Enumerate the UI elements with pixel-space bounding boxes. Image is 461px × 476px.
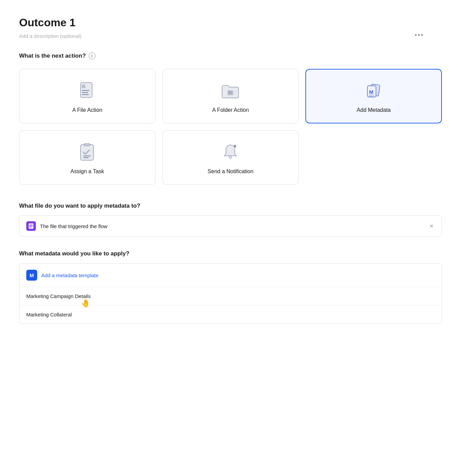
info-icon[interactable]: i <box>89 53 96 59</box>
svg-rect-14 <box>84 144 90 146</box>
assign-task-icon <box>78 143 97 162</box>
metadata-apply-section: What metadata would you like to apply? M… <box>19 250 442 324</box>
clear-file-button[interactable]: × <box>428 223 435 230</box>
svg-rect-20 <box>29 225 33 225</box>
description-placeholder[interactable]: Add a description (optional) <box>19 33 442 39</box>
add-metadata-template-row[interactable]: M Add a metadata template <box>19 264 442 287</box>
svg-rect-1 <box>82 85 85 88</box>
metadata-m-badge: M <box>26 270 37 281</box>
more-options-button[interactable] <box>415 34 423 36</box>
svg-rect-15 <box>83 155 91 157</box>
next-action-label: What is the next action? i <box>19 53 442 59</box>
file-action-icon <box>78 82 97 101</box>
file-target-field: The file that triggered the flow × <box>19 215 442 237</box>
metadata-apply-label: What metadata would you like to apply? <box>19 250 442 257</box>
send-notification-label: Send a Notification <box>207 168 253 175</box>
metadata-dropdown: M Add a metadata template Marketing Camp… <box>19 263 442 324</box>
assign-task-card[interactable]: Assign a Task <box>19 130 156 185</box>
file-target-label: What file do you want to apply metadata … <box>19 203 442 209</box>
svg-point-7 <box>230 90 234 94</box>
metadata-item[interactable]: Marketing Collateral <box>19 306 442 324</box>
action-grid: A File Action A Folder Action M <box>19 69 442 185</box>
svg-rect-11 <box>369 95 375 95</box>
assign-task-label: Assign a Task <box>71 168 104 175</box>
svg-rect-12 <box>369 96 374 97</box>
svg-rect-21 <box>29 226 33 226</box>
svg-rect-16 <box>83 157 89 158</box>
svg-point-17 <box>229 156 232 159</box>
svg-point-18 <box>233 145 236 148</box>
add-metadata-card[interactable]: M Add Metadata <box>305 69 442 123</box>
file-action-label: A File Action <box>72 107 102 113</box>
add-metadata-icon: M <box>364 82 383 101</box>
svg-rect-2 <box>82 90 89 91</box>
folder-action-label: A Folder Action <box>212 107 249 113</box>
file-badge-icon <box>26 221 36 231</box>
add-metadata-template-label: Add a metadata template <box>41 272 99 278</box>
metadata-item[interactable]: Marketing Campaign Details 🤚 <box>19 287 442 306</box>
svg-rect-4 <box>82 94 89 95</box>
page-title: Outcome 1 <box>19 16 442 29</box>
svg-rect-3 <box>82 92 88 93</box>
svg-rect-22 <box>29 227 32 227</box>
folder-action-card[interactable]: A Folder Action <box>162 69 299 123</box>
file-field-text: The file that triggered the flow <box>40 223 424 229</box>
file-target-section: What file do you want to apply metadata … <box>19 203 442 237</box>
send-notification-icon <box>221 143 240 162</box>
add-metadata-label: Add Metadata <box>357 107 391 113</box>
svg-text:M: M <box>369 89 374 95</box>
file-action-card[interactable]: A File Action <box>19 69 156 123</box>
folder-action-icon <box>221 82 240 101</box>
send-notification-card[interactable]: Send a Notification <box>162 130 299 185</box>
